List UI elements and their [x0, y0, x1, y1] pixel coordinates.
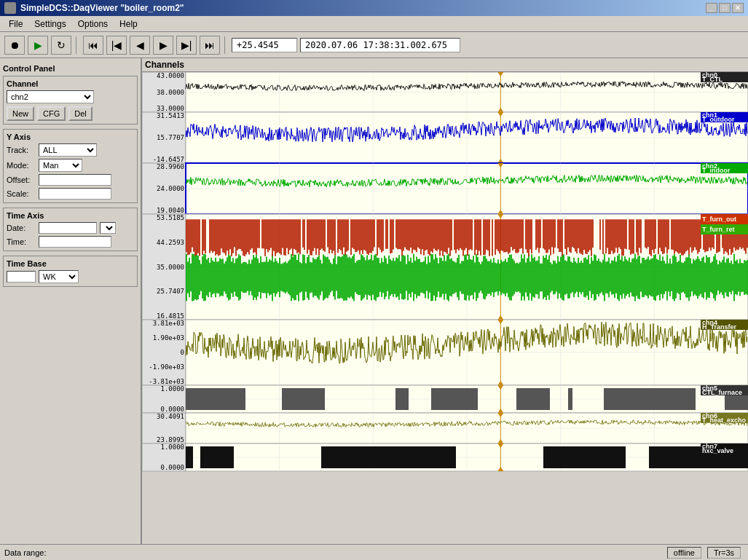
time-input[interactable]: 15:08:39.026.450	[39, 236, 111, 248]
mode-label: Mode:	[7, 161, 36, 170]
date-row: Date: 03/02/20	[7, 222, 134, 234]
track-label: Track:	[7, 146, 36, 154]
date-label: Date:	[7, 224, 36, 232]
del-button[interactable]: Del	[68, 106, 92, 121]
y-axis-label: Y Axis	[7, 133, 134, 141]
window-title: SimpleDCS::DaqViewer "boiler_room2"	[20, 3, 184, 13]
time-base-value[interactable]: 4	[7, 271, 36, 283]
control-panel-title: Control Panel	[3, 64, 138, 73]
offset-label: Offset:	[7, 176, 36, 184]
time-axis-group: Time Axis Date: 03/02/20 Time: 15:08:39.…	[3, 208, 138, 251]
record-button[interactable]: ⏺	[4, 36, 25, 55]
refresh-button[interactable]: ↻	[51, 36, 71, 55]
step-fwd-button[interactable]: ▶|	[176, 36, 197, 55]
time-row: Time: 15:08:39.026.450	[7, 236, 134, 248]
toolbar-separator-1	[76, 36, 79, 54]
date-input[interactable]: 03/02/20	[39, 222, 97, 234]
date-dropdown[interactable]	[100, 222, 116, 234]
offset-input[interactable]: -24.00000000	[39, 174, 111, 186]
window-controls: _ □ ✕	[706, 3, 744, 13]
skip-back-button[interactable]: ⏮	[83, 36, 103, 55]
skip-fwd-button[interactable]: ⏭	[200, 36, 220, 55]
mode-select[interactable]: ManAuto	[39, 159, 82, 172]
data-range-label: Data range:	[4, 548, 46, 557]
toolbar: ⏺ ▶ ↻ ⏮ |◀ ◀ ▶ ▶| ⏭ +25.4545 2020.07.06 …	[0, 32, 748, 58]
menu-file[interactable]: File	[3, 17, 28, 31]
time-base-label: Time Base	[7, 259, 134, 268]
main-layout: Control Panel Channel chn0chn1chn2 chn3c…	[0, 58, 748, 544]
time-base-row: 4 WKDYHRMINSEC	[7, 270, 134, 283]
y-axis-group: Y Axis Track: ALLchn0chn1chn2 Mode: ManA…	[3, 129, 138, 203]
app-icon	[4, 2, 16, 14]
channel-group-label: Channel	[7, 79, 134, 88]
maximize-button[interactable]: □	[719, 3, 731, 13]
time-label: Time:	[7, 237, 36, 246]
menubar: File Settings Options Help	[0, 16, 748, 32]
tr-status: Tr=3s	[707, 547, 741, 559]
menu-settings[interactable]: Settings	[28, 17, 71, 31]
channel-group: Channel chn0chn1chn2 chn3chn4chn5 chn6ch…	[3, 76, 138, 125]
cfg-button[interactable]: CFG	[37, 106, 66, 121]
next-button[interactable]: ▶	[153, 36, 173, 55]
track-row: Track: ALLchn0chn1chn2	[7, 143, 134, 157]
track-select[interactable]: ALLchn0chn1chn2	[39, 143, 97, 157]
channels-canvas[interactable]	[142, 72, 748, 544]
channels-header: Channels	[142, 58, 748, 72]
scale-label: Scale:	[7, 189, 36, 198]
titlebar: SimpleDCS::DaqViewer "boiler_room2" _ □ …	[0, 0, 748, 16]
channels-content	[142, 72, 748, 544]
menu-options[interactable]: Options	[72, 17, 114, 31]
channel-buttons: New CFG Del	[7, 106, 134, 121]
offset-row: Offset: -24.00000000	[7, 174, 134, 186]
new-channel-button[interactable]: New	[7, 106, 34, 121]
mode-row: Mode: ManAuto	[7, 159, 134, 172]
channels-area: Channels	[142, 58, 748, 544]
scale-row: Scale: 2.81000000	[7, 188, 134, 200]
scale-input[interactable]: 2.81000000	[39, 188, 111, 200]
toolbar-separator-2	[224, 36, 227, 54]
time-axis-label: Time Axis	[7, 211, 134, 220]
control-panel: Control Panel Channel chn0chn1chn2 chn3c…	[0, 58, 142, 544]
time-base-group: Time Base 4 WKDYHRMINSEC	[3, 256, 138, 287]
channel-dropdown-row: chn0chn1chn2 chn3chn4chn5 chn6chn7	[7, 90, 134, 103]
offline-status: offline	[667, 547, 701, 559]
prev-button[interactable]: ◀	[130, 36, 150, 55]
status-right: offline Tr=3s	[667, 547, 744, 559]
datetime-value: 2020.07.06 17:38:31.002.675	[300, 38, 460, 52]
step-back-button[interactable]: |◀	[106, 36, 127, 55]
position-value: +25.4545	[232, 38, 297, 52]
time-base-unit[interactable]: WKDYHRMINSEC	[39, 270, 79, 283]
minimize-button[interactable]: _	[706, 3, 717, 13]
close-button[interactable]: ✕	[732, 3, 744, 13]
channel-select[interactable]: chn0chn1chn2 chn3chn4chn5 chn6chn7	[7, 90, 94, 103]
menu-help[interactable]: Help	[114, 17, 143, 31]
statusbar: Data range: offline Tr=3s	[0, 544, 748, 560]
play-button[interactable]: ▶	[28, 36, 48, 55]
